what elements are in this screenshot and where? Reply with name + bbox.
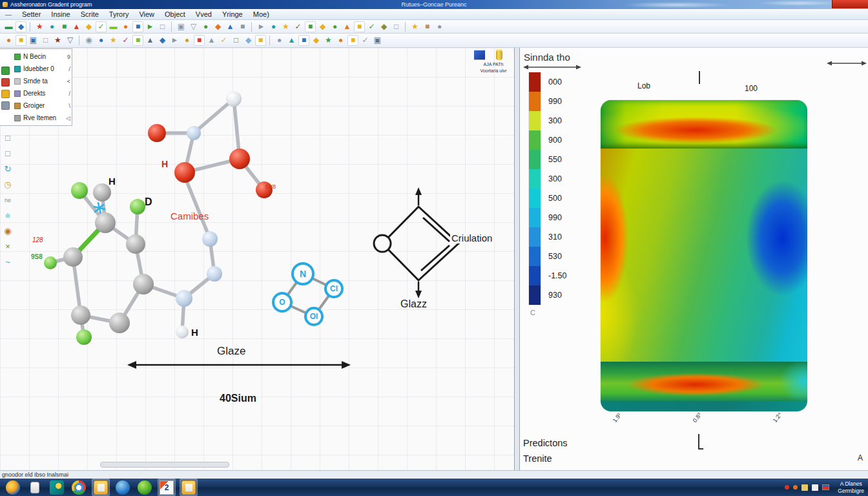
toolbar2-icon-12[interactable]: ■ bbox=[132, 35, 143, 46]
toolbar2-icon-16[interactable]: ● bbox=[181, 35, 192, 46]
ring-atom-o[interactable]: O bbox=[272, 292, 293, 313]
top-right-resize-arrow[interactable] bbox=[827, 59, 867, 67]
toolbar2-icon-9[interactable]: ● bbox=[96, 35, 107, 46]
toolbar1-icon-18[interactable]: ● bbox=[200, 21, 211, 32]
left-tool-1[interactable]: □ bbox=[1, 130, 14, 146]
toolbar1-icon-5[interactable]: ● bbox=[46, 21, 57, 32]
toolbar1-icon-34[interactable]: □ bbox=[391, 21, 402, 32]
toolbar2-icon-31[interactable]: ✓ bbox=[360, 35, 371, 46]
menu-item-yringe[interactable]: Yringe bbox=[217, 9, 248, 19]
toolbar1-icon-9[interactable]: ✓ bbox=[96, 21, 107, 32]
toolbar2-icon-11[interactable]: ✓ bbox=[120, 35, 131, 46]
chrome-browser-icon[interactable] bbox=[72, 480, 86, 495]
tray-folder-icon[interactable] bbox=[812, 484, 818, 491]
toolbar2-icon-5[interactable]: ★ bbox=[52, 35, 63, 46]
atom-gn-19[interactable] bbox=[130, 199, 145, 214]
toolbar1-icon-19[interactable]: ◆ bbox=[212, 21, 223, 32]
toolbar1-icon-24[interactable]: ● bbox=[268, 21, 279, 32]
atom-sv-10[interactable] bbox=[176, 326, 189, 338]
toolbar2-icon-27[interactable]: ◆ bbox=[311, 35, 322, 46]
earth-app-icon-slot[interactable] bbox=[114, 479, 132, 496]
media-app-icon-slot[interactable] bbox=[48, 479, 66, 496]
toolbar2-icon-8[interactable]: ◉ bbox=[83, 35, 94, 46]
left-tool-9[interactable]: ~ bbox=[1, 254, 14, 270]
toolbar2-icon-32[interactable]: ▣ bbox=[372, 35, 383, 46]
toolbar1-icon-30[interactable]: ▲ bbox=[342, 21, 353, 32]
volume-icon[interactable] bbox=[801, 484, 808, 491]
left-tool-7[interactable]: ◉ bbox=[1, 223, 14, 239]
toolbar1-icon-23[interactable]: ► bbox=[256, 21, 267, 32]
atom-gy-13[interactable] bbox=[133, 274, 154, 294]
taskbar-clock[interactable]: A Dlanes Gerrnbigre bbox=[838, 480, 864, 494]
tree-item-3[interactable]: Srnde ta< bbox=[14, 75, 70, 87]
side-chip-1[interactable] bbox=[1, 67, 10, 75]
toolbar1-icon-33[interactable]: ◆ bbox=[378, 21, 389, 32]
toolbar1-icon-11[interactable]: ● bbox=[120, 21, 131, 32]
toolbar2-icon-29[interactable]: ● bbox=[335, 35, 346, 46]
toolbar2-icon-14[interactable]: ◆ bbox=[157, 35, 168, 46]
toolbar2-icon-19[interactable]: ✓ bbox=[218, 35, 229, 46]
atom-gy-12[interactable] bbox=[126, 234, 145, 254]
green-sphere-icon-slot[interactable] bbox=[136, 479, 154, 496]
molecule-canvas[interactable]: N Becin9Iduebber 0/Srnde ta<Derekts/Groi… bbox=[0, 48, 515, 470]
left-tool-5[interactable]: ne bbox=[1, 192, 14, 208]
tree-item-6[interactable]: Rve Itemen◁ bbox=[14, 112, 70, 124]
panel-divider[interactable] bbox=[515, 48, 520, 470]
toolbar2-icon-13[interactable]: ▲ bbox=[145, 35, 156, 46]
left-tool-3[interactable]: ↻ bbox=[1, 161, 14, 177]
green-sphere-icon[interactable] bbox=[138, 480, 152, 495]
earth-app-icon[interactable] bbox=[116, 480, 130, 495]
menu-item-object[interactable]: Object bbox=[160, 9, 191, 19]
ring-atom-n[interactable]: N bbox=[291, 262, 315, 285]
left-tool-2[interactable]: □ bbox=[1, 146, 14, 161]
alert-orange-icon[interactable] bbox=[793, 485, 798, 490]
toolbar1-icon-31[interactable]: ■ bbox=[354, 21, 365, 32]
toolbar2-icon-17[interactable]: ■ bbox=[194, 35, 205, 46]
toolbar2-icon-4[interactable]: □ bbox=[40, 35, 51, 46]
left-tool-8[interactable]: × bbox=[1, 239, 14, 254]
atom-sb-7[interactable] bbox=[202, 231, 218, 247]
toolbar1-icon-10[interactable]: ▬ bbox=[108, 21, 119, 32]
menu-item-moe[interactable]: Moe) bbox=[248, 9, 274, 19]
side-chip-3[interactable] bbox=[1, 90, 10, 98]
start-globe-icon[interactable] bbox=[6, 480, 20, 495]
close-button[interactable] bbox=[832, 0, 868, 8]
atom-gy-15[interactable] bbox=[71, 305, 90, 325]
toolbar1-icon-21[interactable]: ■ bbox=[237, 21, 248, 32]
start-globe-icon-slot[interactable] bbox=[4, 479, 22, 496]
toolbar1-icon-28[interactable]: ◆ bbox=[317, 21, 328, 32]
explorer-folder-icon[interactable] bbox=[181, 480, 196, 495]
folder-window-icon-slot[interactable] bbox=[92, 479, 110, 496]
atom-sv-1[interactable] bbox=[226, 91, 242, 107]
toolbar2-icon-25[interactable]: ▲ bbox=[286, 35, 297, 46]
language-flag-icon[interactable] bbox=[822, 484, 829, 490]
presentation-doc-icon-slot[interactable]: 2 bbox=[158, 479, 176, 496]
menu-item-view[interactable]: View bbox=[134, 9, 160, 19]
toolbar2-icon-24[interactable]: ● bbox=[274, 35, 285, 46]
toolbar1-icon-2[interactable]: ◆ bbox=[16, 21, 26, 32]
toolbar1-icon-12[interactable]: ■ bbox=[132, 21, 143, 32]
left-tool-6[interactable]: ılı bbox=[1, 208, 14, 223]
ring-atom-cl[interactable]: Cl bbox=[324, 279, 344, 298]
toolbar2-icon-30[interactable]: ■ bbox=[347, 35, 358, 46]
app-small-icon-slot[interactable] bbox=[26, 479, 44, 496]
atom-rd-4[interactable] bbox=[174, 162, 195, 183]
atom-gy-16[interactable] bbox=[63, 247, 83, 267]
presentation-doc-icon[interactable]: 2 bbox=[160, 480, 174, 495]
toolbar1-icon-16[interactable]: ▣ bbox=[176, 21, 187, 32]
toolbar1-icon-1[interactable]: ▬ bbox=[3, 21, 14, 32]
toolbar2-icon-1[interactable]: ● bbox=[3, 35, 14, 46]
menu-item-scrite[interactable]: Scrite bbox=[76, 9, 104, 19]
toolbar1-icon-27[interactable]: ■ bbox=[305, 21, 316, 32]
menu-item-setter[interactable]: Setter bbox=[17, 9, 46, 19]
tree-item-4[interactable]: Derekts/ bbox=[14, 87, 70, 99]
side-chip-2[interactable] bbox=[1, 78, 10, 87]
toolbar2-icon-28[interactable]: ★ bbox=[323, 35, 334, 46]
atom-gy-14[interactable] bbox=[109, 313, 130, 333]
toolbar1-icon-38[interactable]: ● bbox=[434, 21, 445, 32]
toolbar1-icon-36[interactable]: ★ bbox=[409, 21, 420, 32]
explorer-folder-icon-slot[interactable] bbox=[180, 479, 198, 496]
menu-item-vved[interactable]: Vved bbox=[191, 9, 217, 19]
heatmap-canvas[interactable] bbox=[601, 100, 807, 411]
menu-item-insine[interactable]: Insine bbox=[46, 9, 75, 19]
